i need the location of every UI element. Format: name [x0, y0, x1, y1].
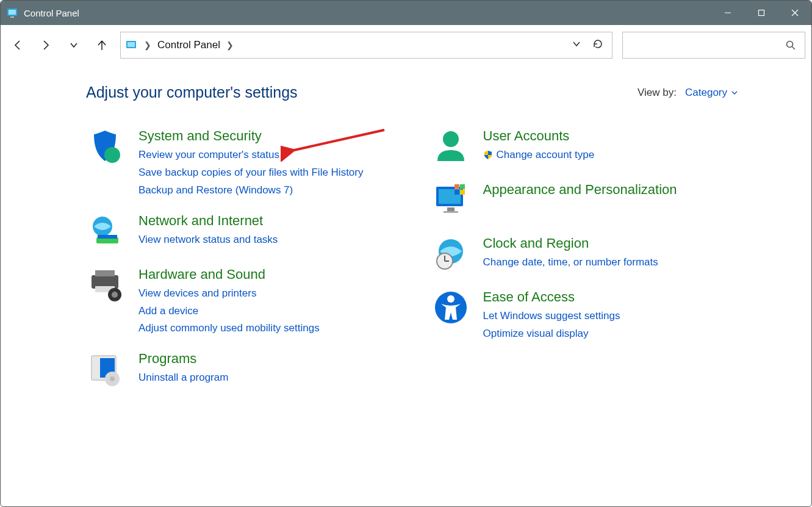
- category-link[interactable]: View network status and tasks: [138, 231, 278, 249]
- window-title: Control Panel: [24, 8, 79, 18]
- view-by-label: View by:: [638, 87, 677, 99]
- svg-rect-1: [9, 10, 16, 15]
- category-user-accounts: User Accounts Change account type: [431, 128, 739, 168]
- minimize-button[interactable]: [711, 1, 744, 25]
- svg-point-38: [447, 295, 455, 303]
- category-clock-region: Clock and Region Change date, time, or n…: [431, 236, 739, 276]
- chevron-right-icon[interactable]: ❯: [139, 40, 156, 50]
- refresh-button[interactable]: [592, 38, 603, 52]
- left-column: System and Security Review your computer…: [86, 128, 394, 405]
- svg-point-24: [443, 131, 459, 147]
- close-button[interactable]: [778, 1, 811, 25]
- breadcrumb-icon: [126, 40, 137, 51]
- svg-point-9: [787, 41, 793, 48]
- chevron-right-icon[interactable]: ❯: [221, 40, 239, 50]
- globe-clock-icon: [431, 236, 471, 276]
- view-by-value: Category: [685, 87, 727, 99]
- chevron-down-icon: [731, 89, 738, 96]
- svg-point-11: [104, 147, 120, 163]
- right-column: User Accounts Change account type: [431, 128, 739, 405]
- address-history-button[interactable]: [572, 39, 581, 52]
- svg-rect-2: [10, 16, 14, 18]
- category-title[interactable]: System and Security: [138, 128, 364, 144]
- control-panel-icon: [7, 7, 18, 18]
- back-button[interactable]: [4, 32, 31, 59]
- forward-button[interactable]: [32, 32, 59, 59]
- svg-rect-4: [758, 10, 764, 16]
- category-link[interactable]: Optimize visual display: [483, 325, 620, 343]
- monitor-icon: [431, 182, 471, 222]
- printer-camera-icon: [86, 267, 126, 307]
- category-network-internet: Network and Internet View network status…: [86, 213, 394, 253]
- category-hardware-sound: Hardware and Sound View devices and prin…: [86, 267, 394, 338]
- category-link[interactable]: Add a device: [138, 303, 320, 320]
- category-ease-of-access: Ease of Access Let Windows suggest setti…: [431, 289, 739, 343]
- search-icon: [785, 40, 796, 51]
- category-title[interactable]: Ease of Access: [483, 289, 620, 305]
- recent-locations-button[interactable]: [60, 32, 87, 59]
- svg-rect-28: [444, 211, 458, 213]
- svg-rect-16: [95, 270, 115, 276]
- category-title[interactable]: Appearance and Personalization: [483, 182, 677, 198]
- category-programs: Programs Uninstall a program: [86, 351, 394, 391]
- category-link[interactable]: Save backup copies of your files with Fi…: [138, 164, 364, 182]
- titlebar: Control Panel: [1, 1, 811, 25]
- view-by-control: View by: Category: [638, 87, 738, 99]
- svg-rect-8: [128, 42, 135, 47]
- svg-rect-30: [460, 184, 465, 189]
- category-link[interactable]: Change date, time, or number formats: [483, 254, 658, 271]
- content-area: Adjust your computer's settings View by:…: [1, 65, 811, 405]
- category-system-security: System and Security Review your computer…: [86, 128, 394, 200]
- category-link[interactable]: Uninstall a program: [138, 369, 228, 387]
- svg-point-23: [110, 376, 115, 381]
- address-bar[interactable]: ❯ Control Panel ❯: [120, 32, 613, 59]
- accessibility-icon: [431, 289, 471, 329]
- svg-rect-31: [455, 190, 459, 195]
- svg-rect-14: [98, 235, 117, 239]
- category-link[interactable]: Change account type: [497, 146, 595, 164]
- navigation-row: ❯ Control Panel ❯: [1, 25, 811, 65]
- category-title[interactable]: Programs: [138, 351, 228, 367]
- view-by-dropdown[interactable]: Category: [685, 87, 738, 99]
- user-icon: [431, 128, 471, 168]
- svg-rect-32: [460, 190, 465, 195]
- category-link[interactable]: Let Windows suggest settings: [483, 307, 620, 325]
- maximize-button[interactable]: [744, 1, 778, 25]
- svg-rect-27: [447, 207, 455, 211]
- svg-rect-29: [455, 184, 459, 189]
- programs-icon: [86, 351, 126, 391]
- shield-icon: [86, 128, 126, 168]
- search-box[interactable]: [622, 32, 805, 59]
- category-appearance-personalization: Appearance and Personalization: [431, 182, 739, 222]
- svg-point-19: [112, 292, 118, 298]
- category-link[interactable]: Adjust commonly used mobility settings: [138, 320, 320, 337]
- window-controls: [711, 1, 811, 25]
- category-link[interactable]: Backup and Restore (Windows 7): [138, 182, 364, 200]
- category-title[interactable]: Hardware and Sound: [138, 267, 320, 282]
- uac-shield-icon: [483, 150, 493, 160]
- up-button[interactable]: [88, 32, 115, 59]
- globe-network-icon: [86, 213, 126, 253]
- category-title[interactable]: Network and Internet: [138, 213, 278, 229]
- category-title[interactable]: Clock and Region: [483, 236, 658, 251]
- page-heading: Adjust your computer's settings: [86, 84, 298, 101]
- category-title[interactable]: User Accounts: [483, 128, 595, 144]
- category-link[interactable]: View devices and printers: [138, 285, 320, 303]
- breadcrumb-root[interactable]: Control Panel: [156, 39, 221, 51]
- category-link[interactable]: Review your computer's status: [138, 146, 364, 164]
- svg-line-10: [792, 47, 796, 50]
